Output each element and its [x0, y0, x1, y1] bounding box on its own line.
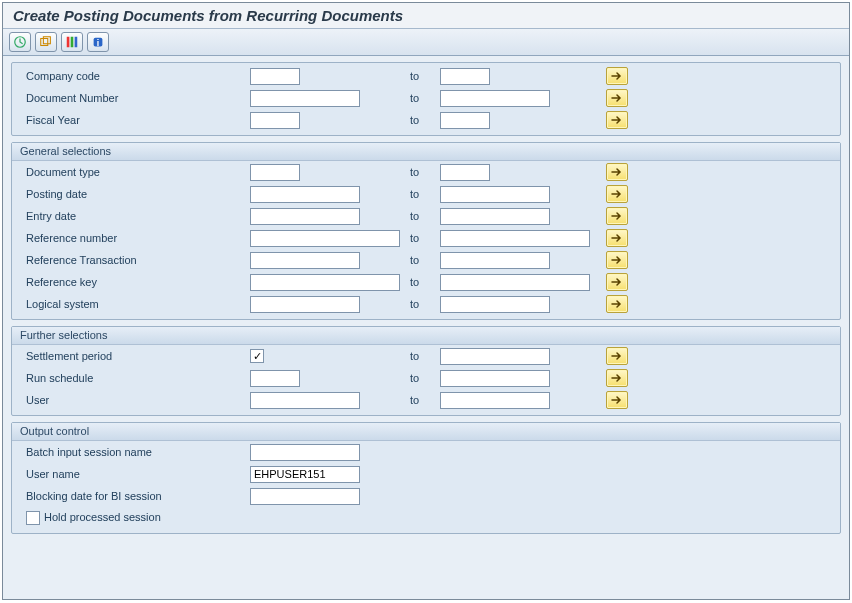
output-input[interactable] — [250, 444, 360, 461]
multiple-selection-button[interactable] — [606, 185, 628, 203]
get-variant-button[interactable] — [35, 32, 57, 52]
svg-text:i: i — [97, 38, 99, 48]
selection-row: Fiscal Yearto — [12, 109, 840, 131]
app-frame: Create Posting Documents from Recurring … — [2, 2, 850, 600]
range-input[interactable] — [440, 164, 490, 181]
multiple-selection-button[interactable] — [606, 251, 628, 269]
range-input[interactable] — [440, 186, 550, 203]
selection-row: Logical systemto — [12, 293, 840, 315]
to-label: to — [410, 372, 440, 384]
output-row: Batch input session name — [12, 441, 840, 463]
range-input[interactable] — [250, 112, 300, 129]
output-control-group: Output control Batch input session nameU… — [11, 422, 841, 534]
arrow-right-icon — [611, 255, 623, 265]
range-input[interactable] — [250, 296, 360, 313]
to-label: to — [410, 350, 440, 362]
range-input[interactable] — [250, 370, 300, 387]
multiple-selection-button[interactable] — [606, 391, 628, 409]
to-label: to — [410, 254, 440, 266]
selection-row: Reference numberto — [12, 227, 840, 249]
range-input[interactable] — [440, 296, 550, 313]
range-input[interactable] — [250, 392, 360, 409]
multiple-selection-button[interactable] — [606, 229, 628, 247]
field-label: Reference key — [20, 276, 250, 288]
range-input[interactable] — [250, 186, 360, 203]
range-input[interactable] — [440, 112, 490, 129]
range-input[interactable] — [250, 230, 400, 247]
range-input[interactable] — [250, 252, 360, 269]
multiple-selection-button[interactable] — [606, 67, 628, 85]
further-selections-title: Further selections — [12, 327, 840, 345]
selection-row: Reference Transactionto — [12, 249, 840, 271]
to-label: to — [410, 298, 440, 310]
color-legend-button[interactable] — [61, 32, 83, 52]
field-label: Posting date — [20, 188, 250, 200]
multiple-selection-button[interactable] — [606, 369, 628, 387]
svg-rect-5 — [75, 37, 78, 48]
arrow-right-icon — [611, 277, 623, 287]
to-label: to — [410, 188, 440, 200]
execute-button[interactable] — [9, 32, 31, 52]
multiple-selection-button[interactable] — [606, 207, 628, 225]
range-input[interactable] — [250, 274, 400, 291]
selection-row: Document Numberto — [12, 87, 840, 109]
field-label: Logical system — [20, 298, 250, 310]
range-input[interactable] — [440, 370, 550, 387]
arrow-right-icon — [611, 71, 623, 81]
range-input[interactable] — [250, 90, 360, 107]
selection-row: Company codeto — [12, 65, 840, 87]
field-label: Entry date — [20, 210, 250, 222]
multiple-selection-button[interactable] — [606, 163, 628, 181]
settlement-period-checkbox[interactable] — [250, 349, 264, 363]
to-label: to — [410, 166, 440, 178]
output-input[interactable] — [250, 466, 360, 483]
hold-processed-label: Hold processed session — [44, 511, 161, 523]
to-label: to — [410, 210, 440, 222]
field-label: Fiscal Year — [20, 114, 250, 126]
range-input[interactable] — [440, 68, 490, 85]
field-label: Settlement period — [20, 350, 250, 362]
field-label: Document type — [20, 166, 250, 178]
multiple-selection-button[interactable] — [606, 273, 628, 291]
range-input[interactable] — [440, 90, 550, 107]
general-selections-group: General selections Document typetoPostin… — [11, 142, 841, 320]
selection-row: Userto — [12, 389, 840, 411]
field-label: Blocking date for BI session — [20, 490, 250, 502]
range-input[interactable] — [440, 348, 550, 365]
arrow-right-icon — [611, 115, 623, 125]
output-input[interactable] — [250, 488, 360, 505]
range-input[interactable] — [250, 68, 300, 85]
toolbar: i — [3, 29, 849, 56]
multiple-selection-button[interactable] — [606, 347, 628, 365]
arrow-right-icon — [611, 395, 623, 405]
range-input[interactable] — [440, 230, 590, 247]
field-label: User name — [20, 468, 250, 480]
folder-variant-icon — [39, 35, 53, 49]
arrow-right-icon — [611, 299, 623, 309]
multiple-selection-button[interactable] — [606, 295, 628, 313]
arrow-right-icon — [611, 351, 623, 361]
selection-row: Posting dateto — [12, 183, 840, 205]
hold-processed-checkbox[interactable] — [26, 511, 40, 525]
range-input[interactable] — [440, 252, 550, 269]
field-label: Run schedule — [20, 372, 250, 384]
range-input[interactable] — [440, 392, 550, 409]
field-label: User — [20, 394, 250, 406]
arrow-right-icon — [611, 373, 623, 383]
output-row: Blocking date for BI session — [12, 485, 840, 507]
range-input[interactable] — [440, 274, 590, 291]
field-label: Document Number — [20, 92, 250, 104]
svg-rect-2 — [43, 37, 50, 44]
hold-processed-row: Hold processed session — [12, 507, 840, 529]
range-input[interactable] — [250, 208, 360, 225]
multiple-selection-button[interactable] — [606, 111, 628, 129]
range-input[interactable] — [250, 164, 300, 181]
selection-top: Company codetoDocument NumbertoFiscal Ye… — [11, 62, 841, 136]
clock-execute-icon — [13, 35, 27, 49]
range-input[interactable] — [440, 208, 550, 225]
arrow-right-icon — [611, 93, 623, 103]
svg-rect-1 — [41, 39, 48, 46]
multiple-selection-button[interactable] — [606, 89, 628, 107]
output-control-title: Output control — [12, 423, 840, 441]
info-button[interactable]: i — [87, 32, 109, 52]
